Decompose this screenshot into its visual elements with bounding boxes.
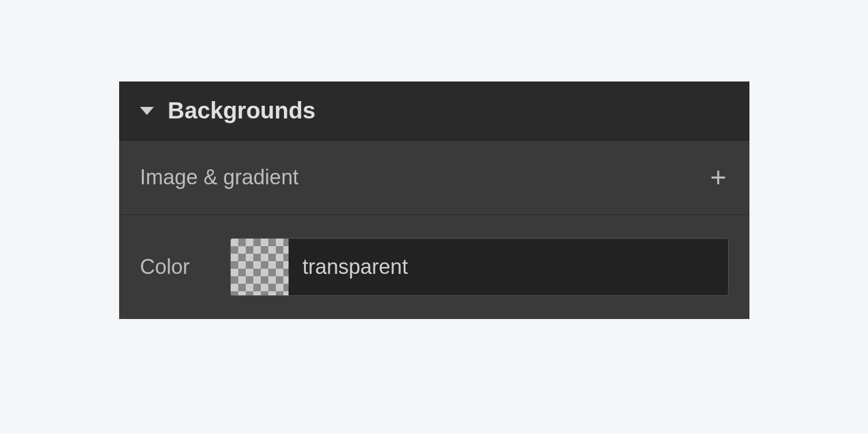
backgrounds-section-header[interactable]: Backgrounds — [119, 81, 749, 140]
color-label: Color — [140, 255, 190, 279]
section-title: Backgrounds — [168, 98, 316, 124]
image-gradient-row: Image & gradient + — [119, 140, 749, 215]
backgrounds-panel: Backgrounds Image & gradient + Color tra… — [119, 81, 749, 319]
background-color-input[interactable]: transparent — [230, 238, 729, 296]
color-value: transparent — [289, 239, 728, 295]
plus-icon: + — [710, 162, 726, 192]
add-image-gradient-button[interactable]: + — [708, 164, 729, 191]
caret-down-icon — [140, 107, 154, 115]
transparent-swatch-icon — [231, 239, 289, 296]
color-row: Color transparent — [119, 215, 749, 319]
image-gradient-label: Image & gradient — [140, 165, 298, 190]
